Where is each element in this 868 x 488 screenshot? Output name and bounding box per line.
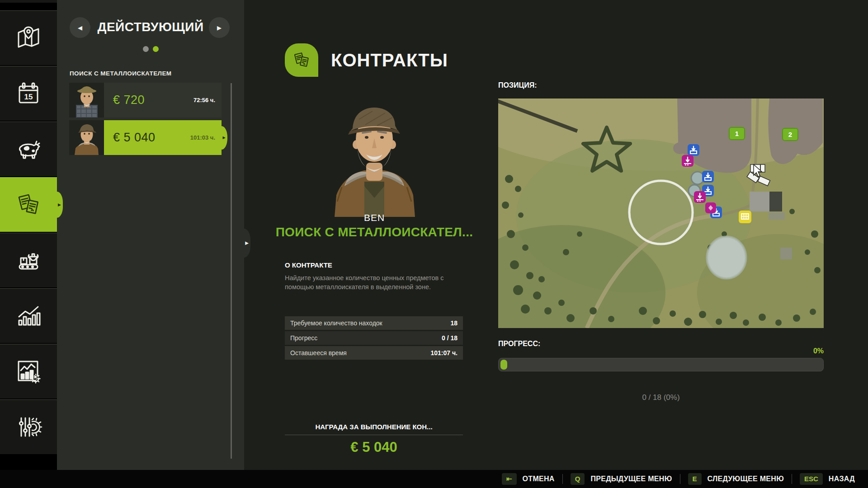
contracts-icon <box>14 190 43 219</box>
contract-list-item[interactable]: € 720 72:56 ч. <box>69 83 222 117</box>
contract-summary: € 720 72:56 ч. <box>104 83 222 117</box>
position-label: ПОЗИЦИЯ: <box>498 81 537 89</box>
progress-bar-fill <box>500 360 507 370</box>
list-header: ◀ ДЕЙСТВУЮЩИЙ ▶ <box>57 0 244 53</box>
page-header: КОНТРАКТЫ <box>285 38 448 83</box>
next-menu-action[interactable]: E СЛЕДУЮЩЕЕ МЕНЮ <box>680 473 792 485</box>
production-icon <box>14 246 43 275</box>
about-heading: О КОНТРАКТЕ <box>285 261 332 269</box>
field-label-1: 1 <box>729 127 745 140</box>
detail-label: Оставшееся время <box>290 349 347 357</box>
sidebar-item-settings[interactable] <box>0 399 57 454</box>
statistics-icon <box>14 301 43 330</box>
settings-sliders-gear-icon <box>14 413 43 441</box>
page-title: КОНТРАКТЫ <box>331 50 448 70</box>
progress-label: ПРОГРЕСС: <box>498 340 540 348</box>
next-category-button[interactable]: ▶ <box>209 17 230 38</box>
contract-list-panel: ◀ ДЕЙСТВУЮЩИЙ ▶ ПОИСК С МЕТАЛЛОИСКАТЕЛЕМ <box>57 0 244 470</box>
contract-type-label: ПОИСК С МЕТАЛЛОИСКАТЕЛЕМ <box>70 70 172 77</box>
table-row: Оставшееся время 101:07 ч. <box>285 346 463 360</box>
contracts-page-icon <box>285 43 318 77</box>
contract-list-item-selected[interactable]: € 5 040 101:03 ч. ▶ <box>69 120 222 155</box>
table-row: Прогресс 0 / 18 <box>285 331 463 345</box>
sidebar-item-animals[interactable] <box>0 122 57 176</box>
sidebar-item-map[interactable] <box>0 10 57 65</box>
npc-name: BEN <box>284 212 465 223</box>
back-action[interactable]: ESC НАЗАД <box>792 473 863 485</box>
sidebar-item-partial <box>0 0 57 4</box>
q-key: Q <box>571 473 585 485</box>
sidebar-item-statistics[interactable] <box>0 288 57 343</box>
progress-percent: 0% <box>643 347 824 355</box>
contract-area-map: 1 2 <box>498 99 824 328</box>
cancel-action[interactable]: ⇤ ОТМЕНА <box>494 473 562 485</box>
contracts-screen: 15 <box>0 0 868 488</box>
sidebar-item-production[interactable] <box>0 233 57 287</box>
map-marker-yellow <box>739 211 751 223</box>
svg-text:2: 2 <box>788 131 792 138</box>
pager-dots <box>57 46 244 52</box>
selected-item-marker: ▶ <box>222 126 227 150</box>
detail-label: Требуемое количество находок <box>290 319 382 327</box>
contract-details-table: Требуемое количество находок 18 Прогресс… <box>285 316 463 361</box>
contract-detail-pane: КОНТРАКТЫ <box>244 0 868 470</box>
page-dot[interactable] <box>143 46 149 52</box>
right-arrow-icon: ▶ <box>217 24 222 31</box>
npc-avatar <box>69 83 104 117</box>
contract-time-left: 101:03 ч. <box>190 134 215 141</box>
npc-avatar <box>69 120 104 155</box>
previous-menu-action[interactable]: Q ПРЕДЫДУЩЕЕ МЕНЮ <box>563 473 680 485</box>
contract-summary: € 5 040 101:03 ч. <box>104 120 222 155</box>
progress-fraction: 0 / 18 (0%) <box>498 393 824 402</box>
page-dot-active[interactable] <box>153 46 159 52</box>
svg-text:1: 1 <box>735 130 739 137</box>
detail-value: 0 / 18 <box>442 334 458 342</box>
table-row: Требуемое количество находок 18 <box>285 316 463 330</box>
contract-time-left: 72:56 ч. <box>193 97 215 103</box>
sidebar-item-calendar[interactable]: 15 <box>0 66 57 121</box>
finances-chart-gear-icon <box>14 357 43 386</box>
field-label-2: 2 <box>783 128 798 141</box>
reward-value: € 5 040 <box>285 439 463 455</box>
backspace-key-icon: ⇤ <box>502 473 517 485</box>
hotkey-bar: ⇤ ОТМЕНА Q ПРЕДЫДУЩЕЕ МЕНЮ E СЛЕДУЮЩЕЕ М… <box>0 470 868 488</box>
calendar-icon: 15 <box>14 79 43 108</box>
about-text: Найдите указанное количество ценных пред… <box>285 274 466 291</box>
esc-key: ESC <box>800 473 823 485</box>
progress-bar <box>498 358 824 371</box>
npc-portrait <box>326 81 422 217</box>
detail-value: 101:07 ч. <box>431 349 458 357</box>
cow-icon <box>14 135 43 164</box>
sidebar-item-contracts[interactable]: ▶ <box>0 177 57 232</box>
list-scrollbar[interactable] <box>231 83 232 459</box>
expand-arrow-icon: ▶ <box>245 241 249 245</box>
sidebar-item-finances[interactable] <box>0 344 57 399</box>
detail-value: 18 <box>450 319 458 327</box>
svg-text:15: 15 <box>24 93 33 101</box>
map-icon <box>14 23 43 52</box>
e-key: E <box>688 473 702 485</box>
reward-heading: НАГРАДА ЗА ВЫПОЛНЕНИЕ КОН... <box>285 423 463 435</box>
contract-reward: € 5 040 <box>113 131 156 145</box>
contract-reward: € 720 <box>113 93 145 107</box>
contract-title: ПОИСК С МЕТАЛЛОИСКАТЕЛ... <box>261 225 487 239</box>
sidebar: 15 <box>0 0 57 470</box>
detail-label: Прогресс <box>290 334 317 342</box>
